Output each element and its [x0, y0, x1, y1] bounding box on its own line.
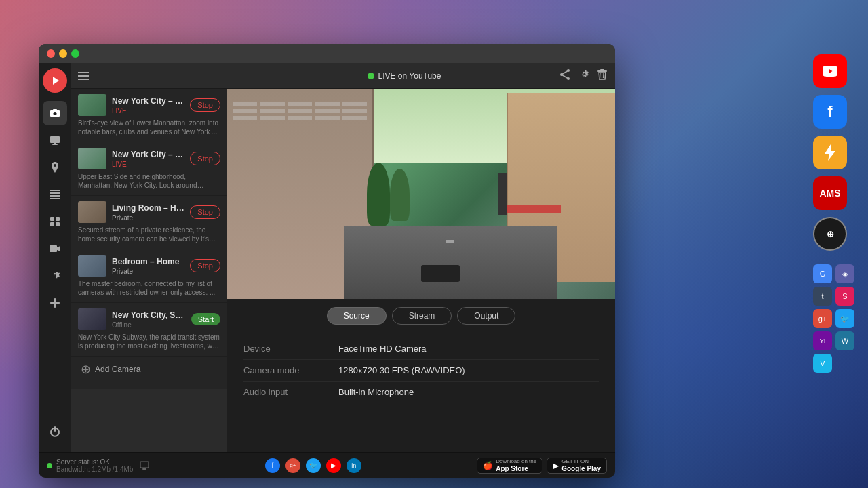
tree-left — [367, 163, 390, 226]
s5-icon[interactable]: ⊕ — [813, 217, 847, 251]
camera-info: Bedroom – Home Private — [112, 257, 184, 275]
sidebar-item-grid[interactable] — [43, 209, 67, 234]
maximize-button[interactable] — [71, 49, 79, 58]
audio-input-value: Built-in Microphone — [338, 387, 414, 397]
camera-description: Upper East Side and neighborhood, Manhat… — [78, 172, 220, 190]
camera-item[interactable]: Living Room – Home Private Stop Secured … — [71, 196, 227, 249]
wordpress-icon[interactable]: W — [835, 331, 854, 350]
stop-button[interactable]: Stop — [190, 205, 220, 219]
svg-rect-9 — [50, 192, 60, 194]
server-status-text: Server status: OK — [56, 458, 133, 466]
social-twitter-icon[interactable]: 🐦 — [306, 458, 321, 473]
tree-right — [390, 169, 410, 222]
detail-row-audio-input: Audio input Built-in Microphone — [243, 382, 599, 403]
app-logo[interactable] — [43, 68, 67, 93]
social-youtube-icon[interactable]: ▶ — [326, 458, 341, 473]
yahoo-icon[interactable]: Y! — [813, 331, 832, 350]
small-icons-container: G ◈ t S g+ 🐦 Y! W V — [813, 264, 854, 373]
sidebar-item-power[interactable] — [43, 420, 67, 444]
sidebar-item-location[interactable] — [43, 155, 67, 180]
close-button[interactable] — [47, 49, 55, 58]
server-status: Server status: OK Bandwidth: 1.2Mb /1.4M… — [47, 458, 149, 473]
svg-rect-16 — [50, 245, 57, 252]
camera-item[interactable]: New York City – UES LIVE Stop Upper East… — [71, 142, 227, 196]
camera-name: New York City – Birds Eye — [112, 96, 184, 106]
left-sidebar — [39, 63, 71, 452]
street-scene — [227, 89, 615, 299]
googleplus-icon[interactable]: g+ — [813, 309, 832, 328]
twitter-icon[interactable]: 🐦 — [835, 309, 854, 328]
camera-name: Bedroom – Home — [112, 257, 184, 266]
svg-rect-13 — [56, 217, 60, 221]
appstore-pre-text: Download on the — [496, 458, 536, 465]
social-gplus-icon[interactable]: g+ — [285, 458, 300, 473]
svg-line-27 — [601, 73, 601, 78]
camera-status: LIVE — [112, 161, 184, 168]
start-button[interactable]: Start — [191, 313, 220, 325]
awning — [507, 205, 561, 213]
svg-rect-10 — [50, 195, 60, 197]
camera-name: New York City – UES — [112, 150, 184, 159]
app-window: New York City – Birds Eye LIVE Stop Bird… — [39, 44, 615, 478]
vimeo-icon[interactable]: V — [813, 354, 832, 373]
sidebar-item-video[interactable] — [43, 237, 67, 261]
svg-line-24 — [561, 75, 568, 79]
sidebar-item-settings[interactable] — [43, 264, 67, 288]
sidebar-item-list[interactable] — [43, 182, 67, 207]
device-label: Device — [243, 344, 338, 354]
tab-stream[interactable]: Stream — [392, 307, 452, 325]
stop-button[interactable]: Stop — [190, 152, 220, 165]
camera-thumbnail — [78, 308, 106, 330]
camera-info: New York City – UES LIVE — [112, 150, 184, 168]
camera-item[interactable]: New York City – Birds Eye LIVE Stop Bird… — [71, 89, 227, 142]
googleplay-badge[interactable]: ▶ GET IT ON Google Play — [547, 458, 607, 474]
stop-button[interactable]: Stop — [190, 98, 220, 112]
windows-grid — [227, 89, 372, 134]
svg-line-23 — [561, 70, 568, 75]
tab-source[interactable]: Source — [327, 307, 387, 325]
ams-icon[interactable]: AMS — [813, 176, 847, 210]
teams-icon[interactable]: ◈ — [835, 264, 854, 283]
sidebar-item-cameras[interactable] — [43, 101, 67, 125]
minimize-button[interactable] — [59, 49, 67, 58]
sidebar-item-plus[interactable] — [43, 291, 67, 315]
live-indicator: LIVE on YouTube — [368, 71, 441, 81]
lightning-icon[interactable] — [813, 136, 847, 169]
googleplay-name-text: Google Play — [561, 465, 601, 472]
svg-rect-26 — [600, 69, 604, 70]
camera-status: Private — [112, 214, 184, 222]
facebook-icon[interactable]: f — [813, 95, 847, 129]
share-icon[interactable] — [559, 69, 570, 83]
svg-marker-17 — [57, 246, 60, 251]
appstore-badge[interactable]: 🍎 Download on the App Store — [477, 458, 542, 474]
settings-icon[interactable] — [578, 69, 589, 83]
googleplay-pre-text: GET IT ON — [561, 458, 601, 465]
svg-rect-5 — [50, 136, 60, 143]
googleplay-icon: ▶ — [553, 461, 559, 470]
svg-rect-15 — [56, 222, 60, 226]
social-facebook-icon[interactable]: f — [265, 458, 280, 473]
google-icon[interactable]: G — [813, 264, 832, 283]
top-bar: LIVE on YouTube — [227, 63, 615, 89]
camera-thumbnail — [78, 255, 106, 277]
camera-item[interactable]: Bedroom – Home Private Stop The master b… — [71, 249, 227, 303]
tumblr-icon[interactable]: t — [813, 287, 832, 306]
social-linkedin-icon[interactable]: in — [347, 458, 361, 473]
svg-rect-4 — [53, 109, 57, 111]
stop-button[interactable]: Stop — [190, 259, 220, 272]
hamburger-menu[interactable] — [78, 72, 89, 80]
slack-icon[interactable]: S — [835, 287, 854, 306]
device-value: FaceTime HD Camera — [338, 344, 427, 354]
sidebar-item-library[interactable] — [43, 128, 67, 152]
monitor-icon — [140, 461, 149, 470]
svg-rect-12 — [50, 217, 54, 221]
detail-row-device: Device FaceTime HD Camera — [243, 338, 599, 360]
youtube-icon[interactable] — [813, 54, 847, 88]
svg-line-28 — [603, 73, 604, 78]
delete-icon[interactable] — [597, 69, 607, 83]
add-camera-button[interactable]: ⊕ Add Camera — [71, 357, 227, 382]
camera-mode-value: 868x488 30 FPS (RAWVIDEO) — [338, 365, 465, 375]
tab-output[interactable]: Output — [457, 307, 515, 325]
camera-item[interactable]: New York City, Subway Offline Start New … — [71, 303, 227, 357]
camera-name: New York City, Subway — [112, 310, 186, 320]
